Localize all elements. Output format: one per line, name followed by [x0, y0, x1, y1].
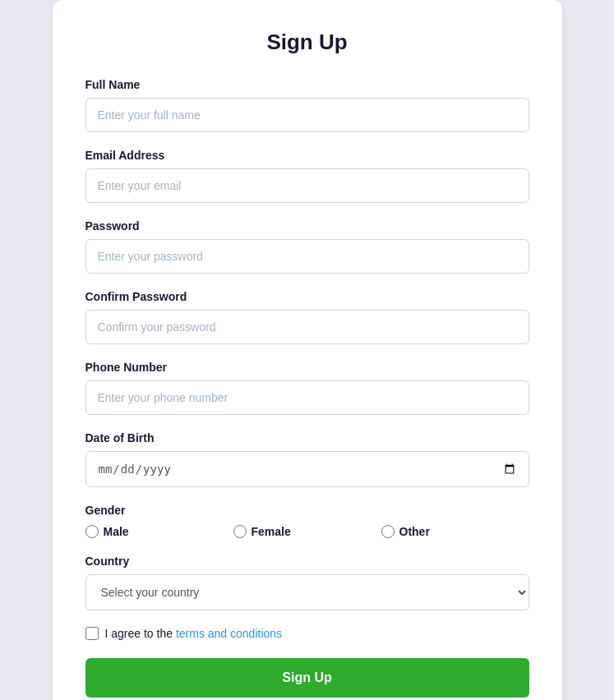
gender-label: Gender [85, 504, 529, 517]
gender-options: Male Female Other [85, 525, 529, 538]
terms-row: I agree to the terms and conditions [85, 627, 529, 640]
confirm-password-group: Confirm Password [85, 290, 529, 344]
full-name-group: Full Name [85, 78, 529, 132]
phone-input[interactable] [85, 380, 529, 415]
signup-form-card: Sign Up Full Name Email Address Password… [53, 0, 562, 700]
gender-other-label: Other [399, 525, 430, 538]
dob-group: Date of Birth [85, 431, 529, 487]
gender-other-radio[interactable] [381, 525, 395, 538]
country-label: Country [85, 555, 529, 568]
confirm-password-input[interactable] [85, 310, 529, 344]
gender-male-label: Male [104, 525, 129, 538]
gender-male-option[interactable]: Male [85, 525, 233, 538]
country-group: Country Select your country United State… [85, 555, 529, 610]
gender-female-option[interactable]: Female [233, 525, 381, 538]
password-group: Password [85, 219, 529, 274]
confirm-password-label: Confirm Password [85, 290, 529, 303]
terms-label[interactable]: I agree to the terms and conditions [105, 627, 283, 640]
gender-female-radio[interactable] [233, 525, 247, 538]
gender-other-option[interactable]: Other [381, 525, 529, 538]
email-label: Email Address [85, 149, 529, 162]
password-input[interactable] [85, 239, 529, 274]
password-label: Password [85, 219, 529, 233]
country-select[interactable]: Select your country United States United… [85, 574, 529, 610]
gender-female-label: Female [252, 525, 291, 538]
terms-prefix: I agree to the [105, 627, 176, 640]
phone-group: Phone Number [85, 361, 529, 415]
full-name-label: Full Name [85, 78, 529, 91]
dob-label: Date of Birth [85, 431, 529, 444]
dob-input[interactable] [85, 451, 529, 487]
email-input[interactable] [85, 168, 529, 203]
form-title: Sign Up [85, 30, 529, 55]
terms-link[interactable]: terms and conditions [176, 627, 282, 640]
signup-button[interactable]: Sign Up [85, 658, 529, 698]
email-group: Email Address [85, 149, 529, 203]
phone-label: Phone Number [85, 361, 529, 374]
gender-male-radio[interactable] [85, 525, 99, 538]
gender-group: Gender Male Female Other [85, 504, 529, 538]
full-name-input[interactable] [85, 98, 529, 132]
terms-checkbox[interactable] [85, 627, 99, 640]
